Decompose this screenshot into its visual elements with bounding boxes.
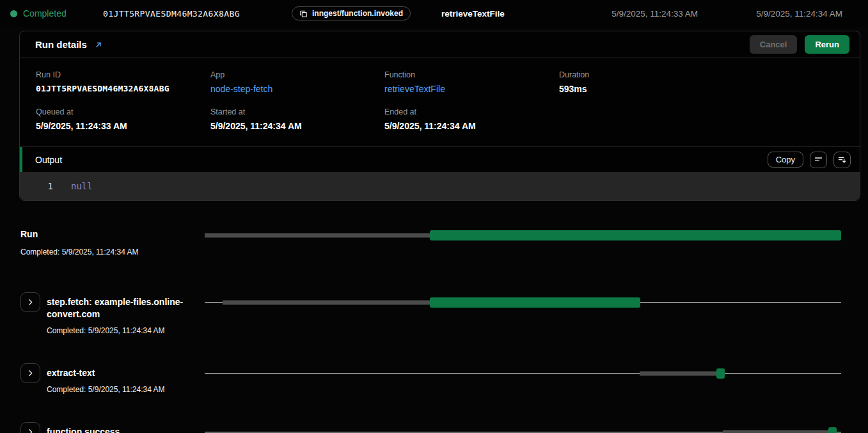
- run-status: Completed: [10, 8, 67, 19]
- queue-bar: [723, 430, 828, 433]
- run-details-grid: Run ID 01JTT5RPVAESDM46M32A6X8ABG App no…: [20, 58, 860, 146]
- output-success-accent: [20, 147, 22, 172]
- step-completed-time: Completed: 5/9/2025, 11:24:34 AM: [47, 326, 205, 335]
- field-value: 5/9/2025, 11:24:34 AM: [210, 121, 384, 131]
- copy-output-button[interactable]: Copy: [768, 152, 803, 168]
- expand-output-button[interactable]: [833, 152, 851, 168]
- topbar-started-time: 5/9/2025, 11:24:34 AM: [756, 9, 842, 19]
- status-dot-icon: [10, 10, 17, 17]
- step-completed-time: Completed: 5/9/2025, 11:24:34 AM: [47, 385, 205, 394]
- function-link[interactable]: retrieveTextFile: [384, 84, 559, 94]
- timeline-track: [205, 363, 841, 383]
- timeline-track: [205, 422, 841, 433]
- expand-step-button[interactable]: [20, 422, 40, 433]
- run-title: Run: [20, 229, 205, 239]
- output-actions: Copy: [768, 152, 851, 168]
- card-header: Run details Cancel Rerun: [20, 31, 860, 58]
- step-info: step.fetch: example-files.online-convert…: [47, 292, 205, 335]
- lines-arrow-down-icon: [837, 155, 847, 164]
- queue-bar: [640, 371, 716, 375]
- output-code-area: 1 null: [20, 172, 860, 200]
- step-title: extract-text: [47, 367, 195, 379]
- wrap-text-button[interactable]: [810, 152, 827, 168]
- expand-step-button[interactable]: [20, 292, 40, 312]
- field-label: Duration: [559, 70, 844, 79]
- timeline-row-extract-text: extract-text Completed: 5/9/2025, 11:24:…: [20, 363, 841, 394]
- field-value: 01JTT5RPVAESDM46M32A6X8ABG: [36, 84, 210, 93]
- wrap-text-icon: [814, 155, 823, 164]
- card-title: Run details: [35, 39, 87, 50]
- app-link[interactable]: node-step-fetch: [210, 84, 384, 94]
- field-label: Ended at: [384, 107, 559, 116]
- output-value: null: [71, 181, 93, 191]
- timeline-baseline: [205, 373, 841, 374]
- output-header: Output Copy: [20, 146, 860, 172]
- field-label: App: [210, 70, 384, 79]
- field-run-id: Run ID 01JTT5RPVAESDM46M32A6X8ABG: [36, 70, 210, 94]
- step-info: extract-text Completed: 5/9/2025, 11:24:…: [47, 363, 205, 394]
- field-ended-at: Ended at 5/9/2025, 11:24:34 AM: [384, 107, 559, 131]
- field-label: Function: [384, 70, 559, 79]
- field-started-at: Started at 5/9/2025, 11:24:34 AM: [210, 107, 384, 131]
- timeline-row-run: Run Completed: 5/9/2025, 11:24:34 AM: [20, 229, 841, 256]
- topbar-function-name: retrieveTextFile: [441, 9, 505, 19]
- timeline-track: [205, 292, 841, 312]
- header-actions: Cancel Rerun: [750, 35, 849, 54]
- field-value: 5/9/2025, 11:24:33 AM: [36, 121, 210, 131]
- queue-bar: [223, 300, 430, 304]
- topbar-queued-time: 5/9/2025, 11:24:33 AM: [612, 9, 698, 19]
- field-function: Function retrieveTextFile: [384, 70, 559, 94]
- field-label: Run ID: [36, 70, 210, 79]
- field-value: 5/9/2025, 11:24:34 AM: [384, 121, 559, 131]
- timeline-row-function-success: function success Completed: 5/9/2025, 11…: [20, 422, 841, 433]
- step-duration-bar[interactable]: [828, 427, 837, 433]
- step-title: function success: [47, 426, 195, 433]
- expand-step-button[interactable]: [20, 363, 40, 383]
- line-number: 1: [20, 181, 53, 191]
- run-row-label: Run Completed: 5/9/2025, 11:24:34 AM: [20, 229, 205, 256]
- cancel-button[interactable]: Cancel: [750, 35, 798, 54]
- status-label: Completed: [23, 8, 67, 19]
- run-details-card: Run details Cancel Rerun Run ID 01JTT5RP…: [19, 31, 860, 201]
- field-value: 593ms: [559, 84, 844, 94]
- field-duration: Duration 593ms: [559, 70, 844, 94]
- chevron-right-icon: [26, 298, 35, 306]
- topbar-run-id: 01JTT5RPVAESDM46M32A6X8ABG: [103, 9, 240, 19]
- run-completed-time: Completed: 5/9/2025, 11:24:34 AM: [20, 248, 205, 256]
- run-timeline: Run Completed: 5/9/2025, 11:24:34 AM ste…: [0, 201, 868, 433]
- chevron-right-icon: [26, 369, 35, 377]
- step-title: step.fetch: example-files.online-convert…: [47, 296, 195, 320]
- queue-bar: [205, 233, 430, 238]
- field-app: App node-step-fetch: [210, 70, 384, 94]
- run-duration-bar[interactable]: [430, 230, 841, 240]
- field-label: Queued at: [36, 107, 210, 116]
- chevron-right-icon: [26, 428, 35, 433]
- output-title: Output: [35, 155, 62, 165]
- rerun-button[interactable]: Rerun: [805, 35, 849, 54]
- event-badge-label: inngest/function.invoked: [312, 9, 403, 18]
- event-badge[interactable]: inngest/function.invoked: [292, 6, 411, 20]
- copy-icon: [299, 10, 308, 18]
- field-label: Started at: [210, 107, 384, 116]
- field-queued-at: Queued at 5/9/2025, 11:24:33 AM: [36, 107, 210, 131]
- step-info: function success Completed: 5/9/2025, 11…: [47, 422, 205, 433]
- external-link-icon[interactable]: [94, 40, 103, 49]
- step-duration-bar[interactable]: [716, 368, 725, 379]
- timeline-track: [205, 230, 841, 241]
- timeline-row-step-fetch: step.fetch: example-files.online-convert…: [20, 292, 841, 335]
- topbar: Completed 01JTT5RPVAESDM46M32A6X8ABG inn…: [0, 0, 868, 27]
- step-duration-bar[interactable]: [430, 297, 640, 308]
